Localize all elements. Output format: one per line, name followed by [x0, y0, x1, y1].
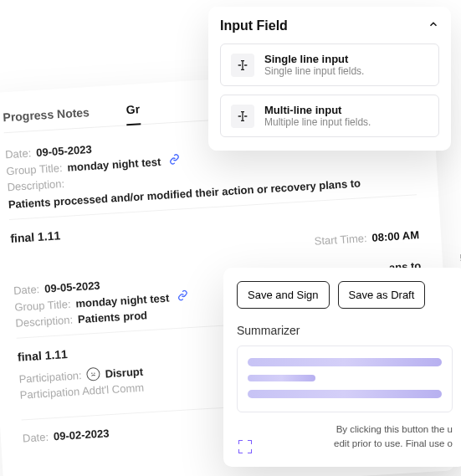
footnote-line: edit prior to use. Final use o	[237, 437, 453, 451]
description-value: Patients prod	[78, 309, 148, 325]
date-label: Date:	[13, 283, 40, 297]
link-icon[interactable]	[169, 153, 181, 165]
option-title: Multi-line input	[264, 104, 371, 116]
tab-progress-notes[interactable]: Progress Notes	[3, 105, 90, 124]
input-field-panel: Input Field Single line input Single lin…	[208, 7, 451, 151]
option-subtitle: Single line input fields.	[264, 65, 364, 77]
summarizer-panel: Save and Sign Save as Draft Summarizer B…	[223, 268, 461, 467]
option-subtitle: Multiple line input fields.	[264, 116, 371, 128]
expand-icon[interactable]	[238, 440, 252, 453]
date-label: Date:	[23, 431, 49, 445]
date-value: 09-05-2023	[36, 143, 92, 159]
svg-point-1	[95, 373, 95, 374]
participation-label: Participation:	[18, 369, 82, 386]
skeleton-line	[248, 358, 442, 366]
input-panel-title: Input Field	[220, 18, 288, 33]
save-as-draft-button[interactable]: Save as Draft	[338, 281, 426, 309]
summarizer-title: Summarizer	[237, 324, 453, 337]
date-value: 09-05-2023	[44, 279, 100, 295]
sad-face-icon	[86, 367, 100, 381]
group-title-value: monday night test	[67, 156, 161, 174]
start-time-label: Start Time:	[314, 232, 367, 248]
group-title-label: Group Title:	[6, 161, 63, 177]
summarizer-preview	[237, 345, 453, 412]
text-cursor-icon	[231, 54, 254, 77]
chevron-up-icon[interactable]	[428, 18, 439, 33]
skeleton-line	[248, 375, 315, 381]
option-multi-line[interactable]: Multi-line input Multiple line input fie…	[220, 95, 439, 137]
text-cursor-icon	[231, 105, 254, 128]
group-title-value: monday night test	[75, 292, 170, 310]
option-title: Single line input	[264, 53, 364, 65]
description-label: Description:	[15, 314, 73, 330]
footnote-line: By clicking this button the u	[237, 422, 453, 437]
group-title-label: Group Title:	[14, 298, 71, 314]
description-label: Description:	[7, 177, 64, 193]
skeleton-line	[248, 390, 442, 398]
start-time-value: 08:00 AM	[371, 228, 419, 243]
save-and-sign-button[interactable]: Save and Sign	[237, 281, 330, 309]
date-value: 09-02-2023	[54, 427, 110, 443]
date-label: Date:	[5, 146, 32, 161]
link-icon[interactable]	[177, 289, 189, 301]
svg-point-0	[92, 373, 93, 374]
tab-group[interactable]: Gr	[125, 102, 141, 125]
participation-value: Disrupt	[105, 365, 143, 380]
option-single-line[interactable]: Single line input Single line input fiel…	[220, 44, 439, 86]
summarizer-footnote: By clicking this button the u edit prior…	[237, 422, 453, 452]
